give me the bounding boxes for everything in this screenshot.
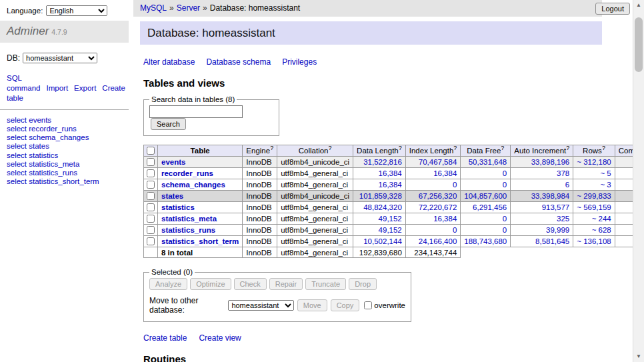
- table-link-states[interactable]: states: [161, 192, 183, 200]
- truncate-button[interactable]: Truncate: [305, 278, 346, 290]
- rows-link-events[interactable]: ~ 312,180: [577, 158, 611, 166]
- table-row-events: eventsInnoDButf8mb4_unicode_ci31,522,816…: [144, 157, 644, 168]
- sidebar-link-select-statistics-short-term[interactable]: select statistics_short_term: [7, 177, 133, 186]
- search-input[interactable]: [149, 105, 243, 118]
- data-free-cell: 6,291,456: [461, 202, 511, 213]
- row-check-cell: [144, 157, 158, 168]
- collation-cell: utf8mb4_general_ci: [277, 202, 353, 213]
- row-checkbox[interactable]: [147, 203, 155, 211]
- scrollbar-thumb[interactable]: [635, 17, 643, 72]
- sidebar-link-select-states[interactable]: select states: [7, 142, 133, 151]
- table-name-cell: states: [158, 191, 243, 202]
- column-header-data-length: Data Length?: [353, 145, 406, 157]
- row-checkbox[interactable]: [147, 158, 155, 166]
- select-all-checkbox[interactable]: [147, 147, 155, 155]
- logout-button[interactable]: Logout: [595, 3, 630, 15]
- language-select[interactable]: English: [46, 5, 107, 16]
- nav-link-alter-database[interactable]: Alter database: [143, 57, 195, 67]
- sidebar-link-select-events[interactable]: select events: [7, 116, 133, 125]
- vertical-scrollbar[interactable]: ▲ ▼: [633, 0, 644, 362]
- data-free-cell: 0: [461, 225, 511, 236]
- scroll-up-icon[interactable]: ▲: [633, 0, 644, 11]
- doc-help-link[interactable]: ?: [270, 145, 273, 151]
- sidebar-link-select-recorder-runs[interactable]: select recorder_runs: [7, 125, 133, 133]
- data-length-cell: 31,522,816: [353, 157, 406, 168]
- row-checkbox[interactable]: [147, 237, 155, 245]
- drop-button[interactable]: Drop: [349, 278, 377, 290]
- row-check-cell: [144, 236, 158, 247]
- data-length-cell: 10,502,144: [353, 236, 406, 247]
- breadcrumb-link-mysql[interactable]: MySQL: [140, 3, 167, 13]
- collation-cell: utf8mb4_general_ci: [277, 168, 353, 179]
- row-checkbox[interactable]: [147, 169, 155, 177]
- check-button[interactable]: Check: [234, 278, 267, 290]
- sidebar-link-select-statistics[interactable]: select statistics: [7, 151, 133, 160]
- optimize-button[interactable]: Optimize: [190, 278, 231, 290]
- rows-link-schema-changes[interactable]: ~ 3: [600, 181, 611, 189]
- table-name-cell: statistics_meta: [158, 213, 243, 225]
- rows-cell: ~ 136,108: [573, 236, 615, 247]
- nav-link-privileges[interactable]: Privileges: [282, 57, 317, 67]
- sidebar-action-import[interactable]: Import: [47, 84, 69, 92]
- total-data-length-cell: 192,839,680: [353, 247, 406, 258]
- analyze-button[interactable]: Analyze: [149, 278, 187, 290]
- link-create-table[interactable]: Create table: [143, 333, 187, 343]
- data-length-cell: 101,859,328: [353, 191, 406, 202]
- table-link-events[interactable]: events: [161, 158, 185, 166]
- sidebar-link-select-statistics-runs[interactable]: select statistics_runs: [7, 169, 133, 177]
- row-check-cell: [144, 202, 158, 213]
- rows-link-states[interactable]: ~ 299,833: [577, 192, 611, 200]
- table-link-statistics-short-term[interactable]: statistics_short_term: [161, 237, 239, 245]
- doc-help-link[interactable]: ?: [602, 145, 605, 151]
- selected-fieldset: Selected (0) AnalyzeOptimizeCheckRepairT…: [143, 268, 411, 322]
- nav-link-database-schema[interactable]: Database schema: [206, 57, 271, 67]
- table-link-statistics[interactable]: statistics: [161, 203, 195, 211]
- sidebar-link-select-statistics-meta[interactable]: select statistics_meta: [7, 160, 133, 169]
- sidebar-action-sql-command[interactable]: SQL command: [7, 74, 41, 92]
- rows-cell: ~ 569,159: [573, 202, 615, 213]
- table-name-cell: schema_changes: [158, 179, 243, 191]
- data-length-cell: 48,824,320: [353, 202, 406, 213]
- row-check-cell: [144, 179, 158, 191]
- rows-link-statistics[interactable]: ~ 569,159: [577, 203, 611, 211]
- rows-cell: ~ 312,180: [573, 157, 615, 168]
- doc-help-link[interactable]: ?: [453, 145, 457, 151]
- sidebar-action-export[interactable]: Export: [74, 84, 96, 92]
- table-row-statistics-runs: statistics_runsInnoDButf8mb4_general_ci4…: [144, 225, 644, 236]
- table-link-schema-changes[interactable]: schema_changes: [161, 181, 225, 189]
- total-empty-cell: [461, 247, 644, 258]
- table-row-statistics-short-term: statistics_short_termInnoDButf8mb4_gener…: [144, 236, 644, 247]
- data-free-cell: 50,331,648: [461, 157, 511, 168]
- sidebar-actions: SQL commandImportExportCreate table: [0, 63, 108, 103]
- doc-help-link[interactable]: ?: [328, 145, 331, 151]
- move-db-select[interactable]: homeassistant: [228, 300, 293, 311]
- breadcrumb-link-server[interactable]: Server: [177, 3, 200, 13]
- link-create-view[interactable]: Create view: [199, 333, 241, 343]
- doc-help-link[interactable]: ?: [399, 145, 402, 151]
- rows-link-statistics-meta[interactable]: ~ 244: [592, 215, 611, 223]
- table-link-statistics-meta[interactable]: statistics_meta: [161, 215, 217, 223]
- table-link-recorder-runs[interactable]: recorder_runs: [161, 169, 213, 177]
- rows-link-statistics-short-term[interactable]: ~ 136,108: [577, 237, 611, 245]
- auto-increment-cell: 325: [511, 213, 573, 225]
- total-engine-cell: InnoDB: [243, 247, 277, 258]
- rows-link-recorder-runs[interactable]: ~ 5: [600, 169, 611, 177]
- search-button[interactable]: Search: [151, 118, 186, 130]
- copy-button[interactable]: Copy: [331, 299, 360, 311]
- row-checkbox[interactable]: [147, 192, 155, 200]
- row-checkbox[interactable]: [147, 181, 155, 189]
- row-checkbox[interactable]: [147, 215, 155, 223]
- doc-help-link[interactable]: ?: [501, 145, 504, 151]
- doc-help-link[interactable]: ?: [566, 145, 569, 151]
- move-button[interactable]: Move: [297, 299, 327, 311]
- tables-table: TableEngine?Collation?Data Length?Index …: [143, 145, 644, 258]
- db-select[interactable]: homeassistant: [23, 53, 97, 63]
- sidebar-link-select-schema-changes[interactable]: select schema_changes: [7, 133, 133, 142]
- app-title: Adminer: [7, 25, 49, 37]
- overwrite-checkbox[interactable]: [364, 301, 372, 309]
- row-checkbox[interactable]: [147, 226, 155, 234]
- scroll-down-icon[interactable]: ▼: [633, 351, 644, 362]
- rows-link-statistics-runs[interactable]: ~ 628: [592, 226, 611, 234]
- table-link-statistics-runs[interactable]: statistics_runs: [161, 226, 215, 234]
- repair-button[interactable]: Repair: [269, 278, 303, 290]
